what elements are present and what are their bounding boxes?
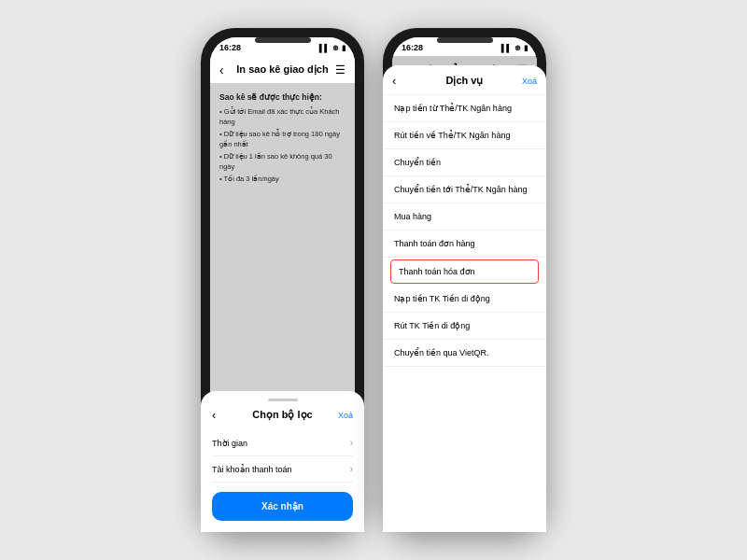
phone1-bottom-sheet: ‹ Chọn bộ lọc Xoá Thời gian › Tài khoản … [210,391,355,523]
service-item-6[interactable]: Thanh toán hóa đơn [392,259,537,284]
service-item-3[interactable]: Chuyển tiền tới Thẻ/TK Ngân hàng [392,176,537,203]
phone2-signal-icon: ▌▌ [501,44,512,52]
service-sheet-title: Dịch vụ [446,75,484,87]
service-sheet-clear-button[interactable]: Xoá [522,77,537,86]
filter-row-account[interactable]: Tài khoản thanh toán › [212,456,353,483]
sheet-title: Chọn bộ lọc [252,409,312,421]
sao-ke-section-title: Sao kê sẽ được thực hiện: [219,92,345,102]
phone1-menu-button[interactable]: ☰ [335,63,345,77]
service-item-4[interactable]: Mua hàng [392,203,537,231]
sao-ke-item-2: • Dữ liệu sao kê hỗ trợ trong 180 ngày g… [219,130,345,149]
phone-1: 16:28 ▌▌ ⊛ ▮ ‹ In sao kê giao dịch ☰ Sao… [201,28,364,532]
service-item-0[interactable]: Nạp tiền từ Thẻ/TK Ngân hàng [392,95,537,122]
phone1-status-bar: 16:28 ▌▌ ⊛ ▮ [210,37,355,56]
phone2-battery-icon: ▮ [524,44,528,52]
sheet-header: ‹ Chọn bộ lọc Xoá [212,409,353,421]
filter-row-time[interactable]: Thời gian › [212,430,353,456]
service-item-9[interactable]: Chuyển tiền qua VietQR. [392,340,537,367]
service-sheet-header: ‹ Dịch vụ Xoá [392,65,537,95]
phone2-status-bar: 16:28 ▌▌ ⊛ ▮ [392,37,537,56]
filter-account-label: Tài khoản thanh toán [212,465,292,474]
confirm-button[interactable]: Xác nhận [212,492,353,521]
wifi-icon: ⊛ [332,44,339,52]
battery-icon: ▮ [342,44,345,52]
phone1-topbar-title: In sao kê giao dịch [236,63,328,76]
service-sheet-back-button[interactable]: ‹ [392,74,396,88]
sheet-back-button[interactable]: ‹ [212,408,216,422]
phone2-wifi-icon: ⊛ [514,44,521,52]
service-list: Nạp tiền từ Thẻ/TK Ngân hàng Rút tiền về… [392,95,537,523]
sao-ke-item-3: • Dữ liệu 1 lần sao kê không quá 30 ngày [219,152,345,172]
service-item-5[interactable]: Thanh toán đơn hàng [392,231,537,258]
filter-time-label: Thời gian [212,439,247,448]
service-item-2[interactable]: Chuyển tiền [392,149,537,176]
service-item-8[interactable]: Rút TK Tiền di động [392,313,537,340]
phone1-topbar: ‹ In sao kê giao dịch ☰ [210,56,355,83]
filter-time-chevron: › [350,438,353,448]
sheet-clear-button[interactable]: Xoá [338,411,353,420]
sao-ke-item-1: • Gửi tới Email đã xác thực của Khách hà… [219,107,345,127]
signal-icon: ▌▌ [319,44,330,52]
sao-ke-item-4: • Tối đa 3 lần/ngày [219,175,345,185]
phone1-back-button[interactable]: ‹ [219,63,224,77]
service-sheet: ‹ Dịch vụ Xoá Nạp tiền từ Thẻ/TK Ngân hà… [392,65,537,523]
phone2-time: 16:28 [402,43,423,52]
phone1-screen: 16:28 ▌▌ ⊛ ▮ ‹ In sao kê giao dịch ☰ Sao… [210,37,355,523]
sheet-handle [268,399,298,401]
phone2-status-icons: ▌▌ ⊛ ▮ [501,44,528,52]
phone1-time: 16:28 [219,43,241,52]
filter-account-chevron: › [350,464,353,474]
service-item-7[interactable]: Nạp tiền TK Tiền di động [392,286,537,313]
phone2-screen: 16:28 ▌▌ ⊛ ▮ Lịch sử giao dịch ☰ ‹ Dịch … [392,37,537,523]
phone1-status-icons: ▌▌ ⊛ ▮ [319,44,345,52]
service-item-1[interactable]: Rút tiền về Thẻ/TK Ngân hàng [392,122,537,149]
screen-wrapper: 16:28 ▌▌ ⊛ ▮ ‹ In sao kê giao dịch ☰ Sao… [182,9,565,551]
phone-2: 16:28 ▌▌ ⊛ ▮ Lịch sử giao dịch ☰ ‹ Dịch … [383,28,546,532]
